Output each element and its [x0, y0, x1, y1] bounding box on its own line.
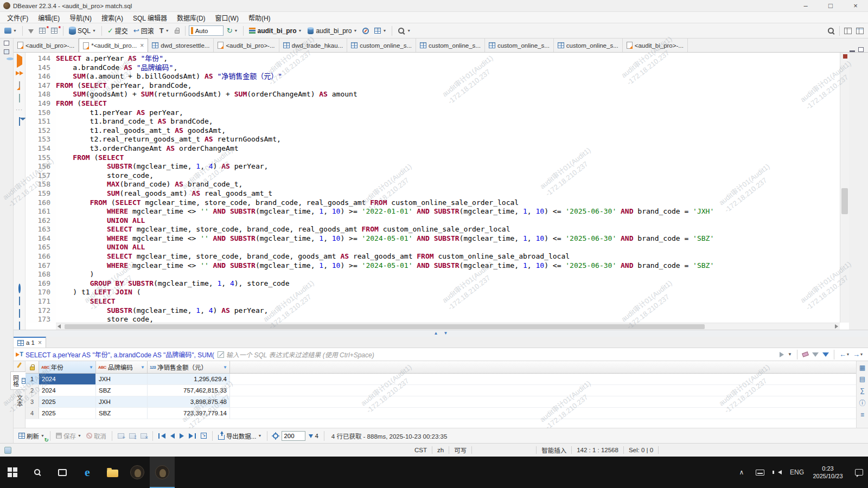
tray-pc-icon[interactable]: [751, 457, 769, 488]
open-view-icon[interactable]: [4, 49, 9, 54]
grid-cell[interactable]: 2025: [39, 396, 96, 407]
row-number[interactable]: 1: [25, 374, 39, 384]
rollback-pending-icon[interactable]: *: [49, 27, 60, 35]
fetch-size-input[interactable]: [282, 431, 305, 441]
editor-tab[interactable]: <audit_bi_pro>-...: [14, 38, 79, 52]
grid-cell[interactable]: 723,397,779.14: [148, 408, 230, 419]
taskbar-clock[interactable]: 0:23 2025/10/23: [806, 457, 850, 488]
panel-grouping-icon[interactable]: ▤: [859, 375, 865, 383]
sql-perspective-icon[interactable]: [854, 27, 866, 35]
tab-close-icon[interactable]: ×: [38, 339, 42, 346]
commit-mode-combo[interactable]: Auto: [189, 25, 224, 36]
volume-icon[interactable]: [769, 457, 788, 488]
editor-hscrollbar[interactable]: [56, 323, 840, 330]
restore-view-icon[interactable]: [4, 41, 9, 46]
row-number[interactable]: 3: [25, 396, 39, 407]
sql-editor-button[interactable]: SQL▼: [67, 26, 98, 36]
result-settings-gear-icon[interactable]: [271, 432, 280, 440]
goto-row-icon[interactable]: [199, 432, 208, 440]
editor-tab[interactable]: custom_online_s...: [554, 38, 623, 52]
menu-item[interactable]: 编辑(E): [33, 13, 65, 22]
vscrollbar-thumb[interactable]: [841, 188, 848, 214]
new-connection-icon[interactable]: ▼: [2, 27, 19, 35]
filter-dropdown-icon[interactable]: ▼: [787, 351, 793, 357]
cancel-button[interactable]: 取消: [85, 431, 108, 441]
menu-item[interactable]: 搜索(A): [97, 13, 128, 22]
transaction-log-icon[interactable]: T▼: [157, 25, 171, 36]
status-insert-mode[interactable]: 智能插入: [537, 446, 571, 454]
save-button[interactable]: 保存 ▼: [54, 431, 83, 441]
search-dropdown-icon[interactable]: ▼: [395, 26, 413, 36]
menu-item[interactable]: 数据库(D): [172, 13, 210, 22]
grid-view-icon[interactable]: ▼: [372, 27, 388, 35]
code-lines[interactable]: SELECT a.perYear AS "年份", a.brandCode AS…: [56, 53, 840, 323]
output-panel-icon[interactable]: [19, 297, 20, 305]
results-tab[interactable]: a 1 ×: [14, 337, 46, 348]
panel-references-icon[interactable]: ≡: [860, 411, 864, 419]
delete-row-icon[interactable]: ×: [139, 432, 149, 440]
panel-calc-icon[interactable]: ∑: [860, 387, 865, 394]
sort-dropdown-icon[interactable]: ▼: [89, 365, 93, 370]
sql-editor[interactable]: ··· 144145146147148149150151152153154155…: [14, 53, 849, 330]
column-header[interactable]: ABC品牌编码▼: [96, 361, 148, 373]
grid-cell[interactable]: JXH: [96, 374, 148, 384]
grid-cell[interactable]: 1,295,629.4: [148, 374, 230, 384]
menu-item[interactable]: 窗口(W): [210, 13, 244, 22]
rollback-button[interactable]: ↩回滚: [131, 25, 156, 36]
grid-corner[interactable]: [25, 361, 39, 373]
scroll-right-icon[interactable]: [835, 324, 838, 329]
duplicate-row-icon[interactable]: ⁑: [127, 432, 137, 440]
column-header[interactable]: ABC年份▼: [39, 361, 96, 373]
last-row-icon[interactable]: [187, 432, 197, 440]
presentation-tab-text[interactable]: 文本: [15, 392, 24, 409]
filter-placeholder[interactable]: 输入一个 SQL 表达式来过滤结果 (使用 Ctrl+Space): [226, 350, 776, 359]
task-view-icon[interactable]: [50, 457, 75, 488]
maximize-panel-icon[interactable]: [858, 47, 864, 52]
status-writable[interactable]: 可写: [449, 446, 471, 454]
grid-cell[interactable]: 3,898,875.48: [148, 396, 230, 407]
grid-cell[interactable]: JXH: [96, 396, 148, 407]
dbeaver-taskbar-icon-active[interactable]: [150, 457, 175, 488]
data-grid[interactable]: ABC年份▼ABC品牌编码▼123净销售金额（元）▼ 12024JXH1,295…: [25, 361, 856, 428]
commit-pending-icon[interactable]: *: [37, 27, 48, 35]
close-button[interactable]: ×: [843, 0, 868, 11]
language-indicator[interactable]: ENG: [788, 457, 806, 488]
splitter-up-icon[interactable]: ▲: [434, 331, 438, 336]
log-panel-icon[interactable]: [19, 310, 20, 317]
editor-tab[interactable]: custom_online_s...: [485, 38, 554, 52]
execute-script-icon[interactable]: [19, 82, 20, 89]
menu-item[interactable]: 帮助(H): [244, 13, 276, 22]
menu-item[interactable]: SQL 编辑器: [128, 13, 172, 22]
quick-search-icon[interactable]: [825, 26, 837, 36]
minimize-button[interactable]: –: [793, 0, 818, 11]
refresh-button[interactable]: ↻ 刷新 ▼: [17, 431, 46, 441]
dbeaver-taskbar-icon[interactable]: [125, 457, 150, 488]
history-back-icon[interactable]: ←▾: [838, 350, 850, 359]
edit-filter-icon[interactable]: [811, 352, 820, 357]
taskbar-search-icon[interactable]: [25, 457, 50, 488]
grid-cell[interactable]: 2025: [39, 408, 96, 419]
tray-chevron-icon[interactable]: ∧: [732, 457, 751, 488]
edge-icon[interactable]: e: [75, 457, 100, 488]
settings-gear-icon[interactable]: [18, 285, 21, 292]
fetch-next-icon[interactable]: 4: [307, 432, 320, 440]
panel-value-icon[interactable]: ▦: [859, 364, 865, 371]
open-file-icon[interactable]: [19, 322, 20, 330]
add-row-icon[interactable]: +: [116, 432, 126, 440]
menu-item[interactable]: 文件(F): [2, 13, 33, 22]
start-button[interactable]: [0, 457, 25, 488]
row-number[interactable]: 4: [25, 408, 39, 419]
sort-dropdown-icon[interactable]: ▼: [141, 365, 145, 370]
editor-results-splitter[interactable]: ▲ ▼: [14, 330, 868, 337]
minimize-panel-icon[interactable]: [850, 47, 855, 52]
grid-cell[interactable]: 2024: [39, 374, 96, 384]
previous-row-icon[interactable]: [169, 432, 176, 440]
column-header[interactable]: 123净销售金额（元）▼: [148, 361, 230, 373]
next-row-icon[interactable]: [178, 432, 186, 440]
first-row-icon[interactable]: [157, 432, 167, 440]
open-perspective-icon[interactable]: [842, 27, 854, 35]
file-explorer-icon[interactable]: [100, 457, 125, 488]
status-caret-position[interactable]: 142 : 1 : 12568: [572, 447, 623, 453]
row-number[interactable]: 2: [25, 385, 39, 396]
grid-cell[interactable]: 757,462,815.33: [148, 385, 230, 396]
